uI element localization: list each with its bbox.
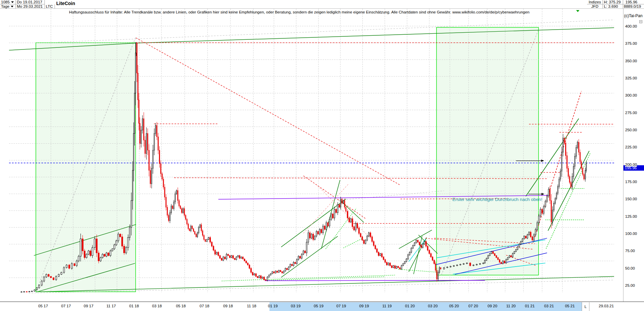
candle-body xyxy=(432,257,433,260)
candle-body xyxy=(347,211,348,218)
candle-body xyxy=(226,254,227,259)
candle-body xyxy=(377,249,378,252)
candle-body xyxy=(198,228,199,233)
candle-body xyxy=(168,215,169,221)
collapse-icon[interactable] xyxy=(639,20,642,23)
page-title: LiteCoin xyxy=(55,1,76,6)
candle-body xyxy=(496,255,497,257)
candle-body xyxy=(551,201,552,222)
candle-body xyxy=(137,43,137,73)
candle-body xyxy=(78,256,79,261)
candle-body xyxy=(439,268,440,272)
candle-body xyxy=(332,214,333,218)
candle-body xyxy=(102,254,103,257)
candle-body xyxy=(163,179,164,187)
candle-body xyxy=(586,163,587,170)
candle-body xyxy=(527,235,528,238)
candle-body xyxy=(422,244,423,247)
candle-body xyxy=(399,268,400,269)
x-axis-label: 05 20 xyxy=(449,304,459,308)
candle-body xyxy=(175,194,175,202)
x-axis-label: 07 20 xyxy=(469,304,478,308)
candle-body xyxy=(581,162,582,168)
candle-body xyxy=(178,191,178,201)
candle-body xyxy=(296,260,297,264)
candle-body xyxy=(239,255,240,258)
candle-body xyxy=(155,126,156,134)
candle-body xyxy=(358,228,359,234)
tai-pan-window: 1085 Do 19.01.2017 Tage Mo 29.03.2021 LT… xyxy=(0,0,644,311)
candle-body xyxy=(153,150,153,168)
candle-body xyxy=(517,247,518,249)
candle-body xyxy=(193,229,194,232)
candle-body xyxy=(233,255,234,258)
candle-body xyxy=(424,241,425,244)
candle-body xyxy=(196,234,196,237)
candle-body xyxy=(129,228,130,238)
trend-line-red xyxy=(533,91,581,243)
candle-body xyxy=(179,201,180,206)
candle-body xyxy=(548,189,549,196)
candle-body xyxy=(327,223,328,226)
candle-body xyxy=(365,240,366,243)
x-axis-label: 09 20 xyxy=(488,304,497,308)
candle-body xyxy=(394,266,395,268)
candle-body xyxy=(202,231,203,236)
candle-body xyxy=(504,261,505,263)
candle-body xyxy=(137,73,138,100)
candle-body xyxy=(520,241,521,244)
candle-body xyxy=(260,276,261,278)
candle-body xyxy=(301,254,302,258)
candle-body xyxy=(503,261,504,264)
candle-body xyxy=(515,249,516,251)
y-axis-label: 350.00 xyxy=(625,59,637,63)
x-axis-label: 07 19 xyxy=(336,304,346,308)
candle-body xyxy=(406,259,407,262)
candle-body xyxy=(172,206,173,209)
candle-body xyxy=(106,253,107,256)
candle-body xyxy=(151,168,152,184)
candle-body xyxy=(304,251,305,253)
x-axis-label: 11 19 xyxy=(382,304,392,308)
candle-body xyxy=(311,234,312,238)
candle-body xyxy=(427,246,428,250)
candle-body xyxy=(38,285,40,288)
candle-body xyxy=(247,263,248,265)
candle-body xyxy=(243,257,244,259)
chart-canvas[interactable] xyxy=(0,9,623,302)
candle-body xyxy=(244,259,245,261)
y-axis-label: 225.00 xyxy=(625,145,637,149)
candle-body xyxy=(352,219,353,227)
y-axis-label: 75.00 xyxy=(625,249,635,253)
candle-body xyxy=(241,257,242,258)
candle-body xyxy=(473,265,474,266)
candle-body xyxy=(362,237,363,240)
x-axis-label: 09 18 xyxy=(223,304,233,308)
candle-body xyxy=(185,215,186,219)
candle-body xyxy=(560,171,561,179)
candle-body xyxy=(334,209,335,218)
candle-body xyxy=(268,275,269,277)
candle-body xyxy=(300,256,301,258)
y-axis-label: 200.00 xyxy=(625,163,637,167)
x-axis-label: 01 18 xyxy=(129,304,139,308)
candle-body xyxy=(114,245,115,249)
candle-body xyxy=(484,260,485,263)
candle-body xyxy=(532,237,533,240)
candle-body xyxy=(329,219,330,226)
candle-body xyxy=(578,142,579,152)
trend-line-trend_green xyxy=(136,28,614,43)
candle-body xyxy=(414,243,415,245)
candle-body xyxy=(189,229,190,231)
candle-body xyxy=(314,236,315,240)
candle-body xyxy=(84,251,85,257)
candle-body xyxy=(479,264,481,264)
x-axis-label: 07 18 xyxy=(200,304,210,308)
bars-count-dropdown[interactable]: 1085 xyxy=(0,0,16,4)
y-axis xyxy=(623,9,644,302)
candle-body xyxy=(528,232,529,235)
candle-body xyxy=(166,197,166,207)
y-axis-label: 275.00 xyxy=(625,111,637,115)
candle-body xyxy=(378,252,379,255)
candle-body xyxy=(24,292,25,292)
